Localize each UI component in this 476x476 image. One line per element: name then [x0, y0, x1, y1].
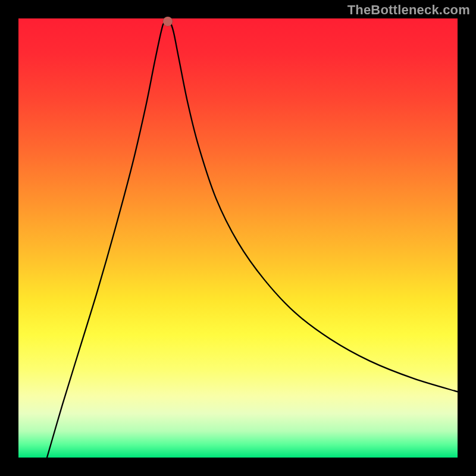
bottleneck-curve — [18, 18, 458, 458]
optimum-marker-dot — [163, 17, 173, 26]
chart-frame: TheBottleneck.com — [0, 0, 476, 476]
curve-path — [47, 22, 458, 458]
chart-plot-area — [18, 18, 458, 458]
watermark-text: TheBottleneck.com — [347, 2, 470, 18]
